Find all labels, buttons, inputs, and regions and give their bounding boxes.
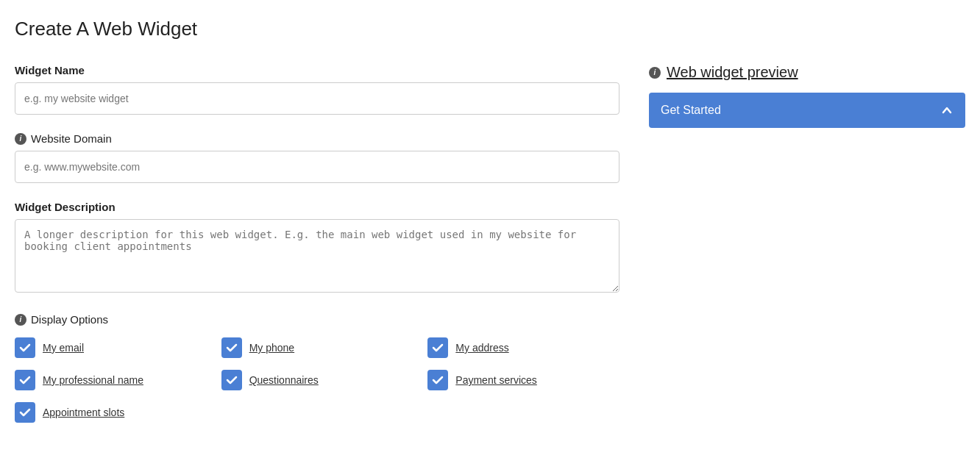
checkbox-appointment-slots-label[interactable]: Appointment slots xyxy=(43,407,124,418)
checkbox-my-phone-box[interactable] xyxy=(221,337,242,358)
checkbox-my-phone-label[interactable]: My phone xyxy=(249,342,294,354)
checkbox-my-email[interactable]: My email xyxy=(15,337,207,358)
checkbox-my-email-box[interactable] xyxy=(15,337,35,358)
checkbox-questionnaires[interactable]: Questionnaires xyxy=(221,370,413,390)
checkmark-icon xyxy=(432,342,444,354)
checkboxes-grid: My email My phone xyxy=(15,337,619,423)
website-domain-group: i Website Domain xyxy=(15,132,619,183)
right-panel: i Web widget preview Get Started xyxy=(649,64,965,440)
website-domain-input[interactable] xyxy=(15,151,619,183)
checkbox-payment-services-label[interactable]: Payment services xyxy=(455,374,536,386)
checkbox-appointment-slots[interactable]: Appointment slots xyxy=(15,402,207,423)
checkbox-my-address[interactable]: My address xyxy=(427,337,619,358)
chevron-up-icon xyxy=(940,104,954,117)
checkbox-questionnaires-box[interactable] xyxy=(221,370,242,390)
checkmark-icon xyxy=(19,342,31,354)
display-options-label: Display Options xyxy=(31,313,108,326)
page-title: Create A Web Widget xyxy=(15,18,965,40)
checkmark-icon xyxy=(19,407,31,418)
website-domain-label-row: i Website Domain xyxy=(15,132,619,145)
checkbox-my-phone[interactable]: My phone xyxy=(221,337,413,358)
widget-name-group: Widget Name xyxy=(15,64,619,115)
website-domain-info-icon: i xyxy=(15,133,26,145)
website-domain-label: Website Domain xyxy=(31,132,112,145)
preview-header: i Web widget preview xyxy=(649,64,965,81)
display-options-info-icon: i xyxy=(15,314,26,326)
checkbox-my-professional-name-box[interactable] xyxy=(15,370,35,390)
checkbox-questionnaires-label[interactable]: Questionnaires xyxy=(249,374,319,386)
widget-description-label: Widget Description xyxy=(15,201,619,213)
checkbox-my-professional-name-label[interactable]: My professional name xyxy=(43,374,143,386)
get-started-label: Get Started xyxy=(661,104,721,117)
checkbox-my-address-box[interactable] xyxy=(427,337,448,358)
get-started-button[interactable]: Get Started xyxy=(649,93,965,128)
widget-name-input[interactable] xyxy=(15,82,619,115)
preview-info-icon: i xyxy=(649,67,661,79)
display-options-group: i Display Options My email xyxy=(15,313,619,423)
checkbox-payment-services-box[interactable] xyxy=(427,370,448,390)
checkmark-icon xyxy=(432,374,444,386)
checkbox-my-email-label[interactable]: My email xyxy=(43,342,84,354)
widget-description-group: Widget Description xyxy=(15,201,619,296)
widget-description-input[interactable] xyxy=(15,219,619,293)
display-options-title-row: i Display Options xyxy=(15,313,619,326)
checkmark-icon xyxy=(226,342,238,354)
checkmark-icon xyxy=(19,374,31,386)
preview-title: Web widget preview xyxy=(667,64,798,81)
checkbox-my-professional-name[interactable]: My professional name xyxy=(15,370,207,390)
checkbox-appointment-slots-box[interactable] xyxy=(15,402,35,423)
checkmark-icon xyxy=(226,374,238,386)
widget-name-label: Widget Name xyxy=(15,64,619,76)
checkbox-payment-services[interactable]: Payment services xyxy=(427,370,619,390)
checkbox-my-address-label[interactable]: My address xyxy=(455,342,508,354)
